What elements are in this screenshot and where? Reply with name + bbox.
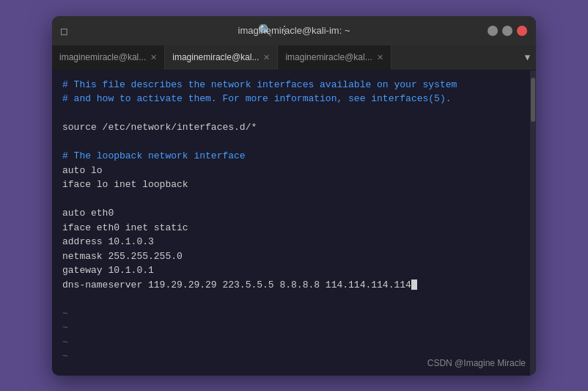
line-13: netmask 255.255.255.0	[62, 249, 520, 264]
line-3	[62, 106, 520, 121]
maximize-button[interactable]	[502, 26, 512, 36]
line-2: # and how to activate them. For more inf…	[62, 92, 520, 106]
line-12: address 10.1.0.3	[62, 235, 520, 249]
line-10: auto eth0	[62, 206, 520, 221]
line-8: iface lo inet loopback	[62, 178, 520, 192]
line-5	[62, 135, 520, 150]
line-14: gateway 10.1.0.1	[62, 263, 520, 278]
terminal-window: □ imaginemiracle@kali-im: ~ 🔍 ⋮ imaginem…	[52, 16, 536, 376]
tab-3[interactable]: imaginemiracle@kal... ✕	[278, 45, 391, 70]
terminal-area: # This file describes the network interf…	[52, 70, 536, 376]
text-cursor	[411, 279, 417, 290]
titlebar: □ imaginemiracle@kali-im: ~ 🔍 ⋮	[52, 16, 536, 45]
tab-1-close[interactable]: ✕	[150, 53, 157, 62]
tab-3-close[interactable]: ✕	[377, 53, 383, 62]
line-11: iface eth0 inet static	[62, 221, 520, 235]
line-16	[62, 292, 520, 307]
terminal-icon: □	[61, 25, 67, 37]
tab-1-label: imaginemiracle@kal...	[59, 52, 146, 62]
close-button[interactable]	[517, 26, 527, 36]
tab-2-close[interactable]: ✕	[263, 53, 270, 62]
scrollbar[interactable]	[530, 70, 536, 376]
line-18: ~	[62, 321, 520, 335]
window-title: imaginemiracle@kali-im: ~	[238, 25, 350, 36]
tab-dropdown-button[interactable]: ▼	[519, 52, 536, 62]
line-7: auto lo	[62, 164, 520, 178]
tab-bar: imaginemiracle@kal... ✕ imaginemiracle@k…	[52, 45, 536, 70]
line-4: source /etc/network/interfaces.d/*	[62, 120, 520, 135]
line-6: # The loopback network interface	[62, 149, 520, 164]
line-1: # This file describes the network interf…	[62, 78, 520, 92]
tab-2-label: imaginemiracle@kal...	[172, 52, 259, 62]
tab-2[interactable]: imaginemiracle@kal... ✕	[165, 45, 278, 70]
line-17: ~	[62, 307, 520, 321]
watermark: CSDN @Imagine Miracle	[427, 358, 526, 368]
scrollbar-thumb[interactable]	[531, 78, 535, 122]
window-controls	[488, 26, 527, 36]
minimize-button[interactable]	[488, 26, 498, 36]
line-9	[62, 192, 520, 207]
tab-1[interactable]: imaginemiracle@kal... ✕	[52, 45, 165, 70]
line-19: ~	[62, 335, 520, 350]
line-15: dns-nameserver 119.29.29.29 223.5.5.5 8.…	[62, 278, 520, 293]
tab-3-label: imaginemiracle@kal...	[285, 52, 372, 62]
terminal-content[interactable]: # This file describes the network interf…	[52, 70, 530, 376]
